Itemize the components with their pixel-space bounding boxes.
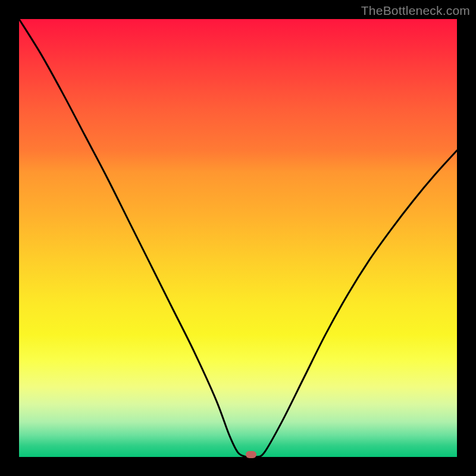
watermark-text: TheBottleneck.com: [361, 4, 470, 18]
optimal-marker: [246, 451, 256, 458]
plot-area: [19, 19, 457, 457]
bottleneck-curve: [19, 19, 457, 457]
curve-path: [19, 19, 457, 458]
chart-container: TheBottleneck.com: [0, 0, 476, 476]
